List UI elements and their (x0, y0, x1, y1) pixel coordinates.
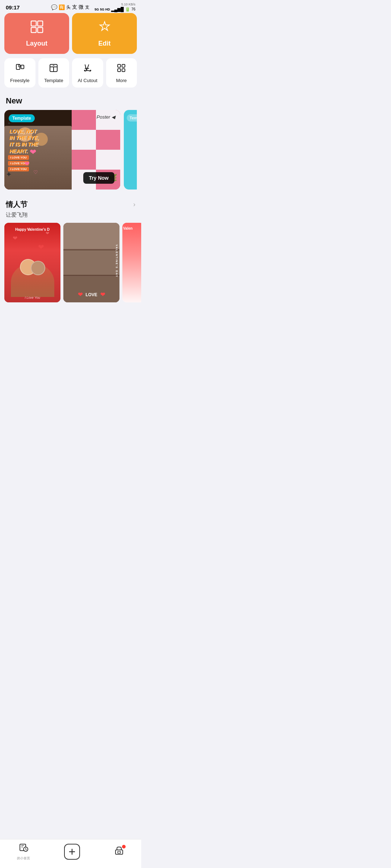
banner-track: ❤ ❤ ♡ ✦ ✦ Love, notin the eye,it is in t… (4, 110, 137, 190)
status-bar: 09:17 💬 🈶 头 支 微 支 5.10 KB/s 5G 5G HD ▂▄▆… (0, 0, 141, 13)
svg-rect-0 (31, 21, 36, 26)
try-now-button[interactable]: Try Now (83, 172, 114, 184)
card2-grid: VALENTINE'S DAY (63, 223, 119, 302)
svg-rect-12 (118, 69, 121, 72)
photo-card-3[interactable]: Valen (122, 223, 141, 302)
alipay-icon: 支 (72, 4, 77, 10)
valentine-arrow[interactable]: › (133, 201, 135, 208)
banner-item-partial[interactable]: Tem (124, 110, 137, 190)
status-right: 5.10 KB/s 5G 5G HD ▂▄▆█ 🔋 76 (94, 3, 135, 12)
edit-button[interactable]: Edit (72, 13, 137, 54)
star-deco-1: ✦ (7, 121, 11, 126)
heart-deco-1: ❤ (24, 160, 30, 168)
5ghd-icon: 5G HD (100, 8, 110, 11)
card2-heart-left: ❤ (78, 291, 83, 298)
more-button[interactable]: More (106, 58, 137, 88)
photo-grid: ❤ ❤ ❤ ❤ Happy Valentine's D I Love You (0, 223, 141, 302)
valentine-subtitle: 让爱飞翔 (0, 212, 141, 223)
chat-icon: 💬 (51, 4, 57, 10)
secondary-grid: Freestyle Template (0, 58, 141, 95)
template-icon (49, 63, 58, 75)
layout-label: Layout (26, 40, 47, 47)
card2-label: ❤ LOVE ❤ (63, 291, 119, 298)
banner-template-tag: Template (9, 114, 35, 122)
poster-label: Poster ◀ (97, 114, 115, 120)
network-speed: 5.10 KB/s (121, 3, 135, 6)
heart-deco-3: ♡ (33, 169, 38, 175)
freestyle-button[interactable]: Freestyle (4, 58, 35, 88)
status-icons: 💬 🈶 头 支 微 支 5.10 KB/s 5G 5G HD ▂▄▆█ 🔋 76 (51, 3, 135, 12)
valentine-section-header: 情人节 › (0, 198, 141, 212)
svg-rect-1 (38, 21, 43, 26)
ai-cutout-label: AI Cutout (78, 78, 97, 83)
card2-heart-right: ❤ (100, 291, 105, 298)
svg-rect-10 (118, 64, 121, 67)
banner-item-main[interactable]: ❤ ❤ ♡ ✦ ✦ Love, notin the eye,it is in t… (4, 110, 120, 190)
svg-rect-5 (21, 65, 24, 69)
freestyle-label: Freestyle (10, 78, 29, 83)
more-label: More (116, 78, 127, 83)
template-label: Template (44, 78, 63, 83)
svg-rect-3 (38, 27, 43, 33)
top-buttons: Layout Edit (0, 13, 141, 58)
star-deco-2: ✦ (6, 170, 12, 179)
photo-card-2[interactable]: VALENTINE'S DAY ❤ LOVE ❤ (63, 223, 119, 302)
banner-carousel[interactable]: ❤ ❤ ♡ ✦ ✦ Love, notin the eye,it is in t… (0, 110, 141, 190)
freestyle-icon (15, 63, 25, 75)
cutout-icon (83, 63, 92, 75)
template-button[interactable]: Template (38, 58, 70, 88)
battery-level: 76 (131, 7, 135, 11)
more-grid-icon (117, 63, 126, 75)
photo-card-1[interactable]: ❤ ❤ ❤ ❤ Happy Valentine's D I Love You (4, 223, 60, 302)
svg-rect-13 (122, 69, 125, 72)
ai-cutout-button[interactable]: AI Cutout (72, 58, 103, 88)
extra-icon2: 支 (85, 4, 89, 10)
heart-deco-2: ❤ (30, 148, 36, 157)
edit-icon (98, 20, 111, 36)
love-box-1: I LOVE YOU (8, 155, 29, 160)
signal-icons: 5G 5G HD ▂▄▆█ 🔋 76 (94, 7, 135, 12)
svg-rect-11 (122, 64, 125, 67)
svg-rect-2 (31, 27, 36, 33)
battery-icon: 🔋 (125, 7, 130, 12)
svg-rect-6 (18, 65, 20, 67)
edit-label: Edit (98, 40, 111, 47)
valentine-title: 情人节 (6, 200, 28, 209)
wechat-icon: 微 (79, 4, 84, 10)
card1-header: Happy Valentine's D (4, 227, 60, 231)
new-section-title: New (6, 96, 22, 105)
status-time: 09:17 (6, 4, 20, 10)
layout-icon (30, 20, 43, 36)
layout-button[interactable]: Layout (4, 13, 69, 54)
5g-icon: 5G (94, 8, 99, 11)
translate-icon: 🈶 (59, 4, 65, 10)
new-section-header: New (0, 95, 141, 110)
signal-bars: ▂▄▆█ (111, 7, 124, 12)
extra-icon1: 头 (66, 4, 71, 10)
